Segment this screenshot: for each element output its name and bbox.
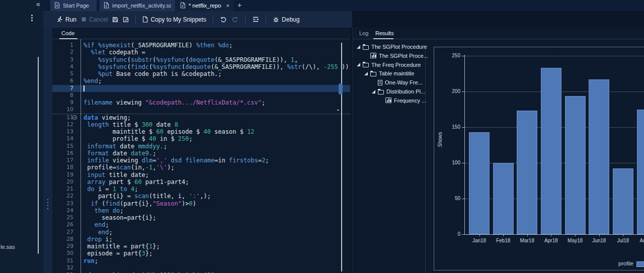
tree-item[interactable]: The SGPlot Procedure [357, 42, 427, 51]
tab-label: import_netflix_activity.sas [112, 3, 171, 9]
sidebar-truncated-filename[interactable]: le.sas [1, 244, 15, 250]
redo-button[interactable] [231, 16, 238, 23]
code-line-20[interactable]: 20 array part $ 60 part1-part4; [52, 178, 350, 186]
line-number: 27 [52, 229, 80, 236]
code-line-25[interactable]: 25 season=part{i}; [52, 214, 350, 221]
tree-item[interactable]: One-Way Fre... [372, 78, 423, 87]
code-line-26[interactable]: 26 end; [52, 221, 350, 228]
gutter-divider [80, 39, 81, 273]
expand-arrow-icon[interactable] [372, 90, 375, 94]
line-number: 28 [52, 236, 80, 243]
line-number: 19 [52, 171, 80, 178]
line-number: 17 [52, 157, 80, 164]
code-text: end; [80, 229, 113, 236]
cancel-button[interactable]: Cancel [81, 16, 108, 23]
navigation-sidebar: « le.sas [0, 0, 43, 273]
format-code-button[interactable] [252, 16, 259, 23]
code-line-4[interactable]: 4 %sysfunc(findc(%sysfunc(dequote(&_SASP… [52, 63, 350, 70]
copy-to-snippets-button[interactable]: Copy to My Snippets [142, 16, 206, 23]
code-line-3[interactable]: 3 %sysfunc(substr(%sysfunc(dequote(&_SAS… [52, 56, 350, 63]
folder-icon [378, 90, 384, 95]
undo-button[interactable] [220, 16, 227, 23]
close-tab-icon[interactable]: × [226, 3, 229, 9]
tab-code[interactable]: Code [61, 30, 74, 36]
tree-item[interactable]: Distribution Pl... [372, 87, 425, 96]
tree-item[interactable]: The SGPlot Proce... [364, 51, 428, 60]
code-line-13[interactable]: 13 maintitle $ 60 episode $ 40 season $ … [52, 128, 350, 135]
expand-arrow-icon[interactable] [357, 63, 360, 66]
code-line-24[interactable]: 24 then do; [52, 207, 350, 214]
tab-start-page[interactable]: Start Page [50, 0, 97, 11]
code-line-18[interactable]: 18 profile=scan(in,-1,'\'); [52, 164, 350, 171]
code-line-21[interactable]: 21 do i = 1 to 4; [52, 186, 350, 193]
code-line-31[interactable]: 31run; [52, 257, 350, 264]
code-line-27[interactable]: 27 end; [52, 229, 350, 236]
code-text: do i = 1 to 4; [80, 186, 138, 193]
line-number: 2 [52, 49, 80, 56]
code-line-6[interactable]: 6%end; [52, 77, 350, 84]
bar-chart-icon [370, 53, 376, 58]
line-number: 30 [52, 250, 80, 257]
code-line-23[interactable]: 23 if (find(part{i},"Season")>0) [52, 200, 350, 207]
debug-button[interactable]: Debug [273, 16, 299, 23]
x-tick [527, 234, 528, 236]
x-tick-label: May18 [564, 238, 586, 243]
code-line-17[interactable]: 17 infile viewing dlm=',' dsd filename=i… [52, 157, 350, 164]
y-tick-label: 250 [446, 53, 460, 58]
tab-log[interactable]: Log [359, 30, 368, 36]
code-text: part{i} = scan(title, i, ':',); [80, 193, 211, 200]
code-line-28[interactable]: 28 drop i; [52, 236, 350, 243]
code-line-19[interactable]: 19 input title date; [52, 171, 350, 178]
tab-import-netflix-activity[interactable]: import_netflix_activity.sas [100, 0, 175, 11]
code-line-8[interactable]: 8 [52, 92, 350, 99]
editor-scrollbar-thumb[interactable] [339, 83, 343, 95]
code-line-9[interactable]: 9filename viewing "&codepath.../NetflixD… [52, 99, 350, 106]
x-tick [623, 234, 623, 236]
code-line-15[interactable]: 15 informat date mmddyy.; [52, 143, 350, 150]
code-line-10[interactable]: 10 [52, 106, 350, 113]
tab-label: Start Page [63, 3, 89, 9]
document-tab-bar: + Start Pageimport_netflix_activity.sas*… [43, 0, 644, 11]
code-line-32[interactable]: 32 [52, 264, 350, 271]
code-line-12[interactable]: 12 length title $ 300 date 8 [52, 121, 350, 128]
fold-collapse-icon[interactable] [72, 115, 77, 120]
code-text: informat date mmddyy.; [80, 143, 167, 150]
collapse-sidebar-icon[interactable]: « [36, 0, 40, 8]
code-line-29[interactable]: 29 maintitle = part{1}; [52, 243, 350, 250]
code-text: maintitle = part{1}; [80, 243, 160, 250]
run-button[interactable]: Run [56, 16, 76, 23]
expand-arrow-icon[interactable] [357, 45, 360, 49]
code-line-22[interactable]: 22 part{i} = scan(title, i, ':',); [52, 193, 350, 200]
code-text: %end; [80, 77, 102, 84]
code-area[interactable]: 1%if %symexist(_SASPROGRAMFILE) %then %d… [52, 39, 350, 273]
kebab-menu-icon[interactable] [31, 15, 33, 16]
text-cursor [84, 85, 85, 92]
save-button[interactable] [112, 17, 118, 23]
code-text: drop i; [80, 236, 113, 243]
tab-netflix-report[interactable]: * netflix_report.sas× [176, 0, 233, 11]
x-tick-label: Jun18 [588, 238, 610, 243]
tree-item[interactable]: Table maintitle [364, 69, 414, 78]
line-number: 20 [52, 178, 80, 186]
tree-item[interactable]: Frequency ... [379, 96, 426, 105]
code-line-2[interactable]: 2 %let codepath = [52, 49, 350, 56]
new-tab-button[interactable]: + [237, 1, 242, 9]
save-as-button[interactable] [123, 17, 129, 23]
sidebar-scrollbar[interactable] [38, 57, 39, 254]
code-line-5[interactable]: 5 %put Base code path is &codepath.; [52, 70, 350, 77]
bar-Feb18 [493, 163, 514, 234]
code-line-14[interactable]: 14 profile $ 40 in $ 250; [52, 135, 350, 142]
code-line-30[interactable]: 30 episode = part{3}; [52, 250, 350, 257]
editor-scrollbar-track[interactable] [341, 43, 342, 271]
x-tick-label: Mar18 [516, 238, 538, 243]
code-line-1[interactable]: 1%if %symexist(_SASPROGRAMFILE) %then %d… [52, 42, 350, 49]
code-line-16[interactable]: 16 format date date9.; [52, 150, 350, 157]
tab-results[interactable]: Results [375, 30, 394, 36]
code-line-11[interactable]: 11data viewing; [52, 114, 350, 121]
panel-splitter[interactable] [43, 11, 52, 273]
expand-arrow-icon[interactable] [364, 72, 368, 75]
code-text: data viewing; [80, 114, 131, 121]
code-editor-panel: Code 1%if %symexist(_SASPROGRAMFILE) %th… [52, 28, 350, 273]
code-line-7[interactable]: 7 [52, 85, 350, 92]
tree-item[interactable]: The Freq Procedure [357, 60, 421, 69]
